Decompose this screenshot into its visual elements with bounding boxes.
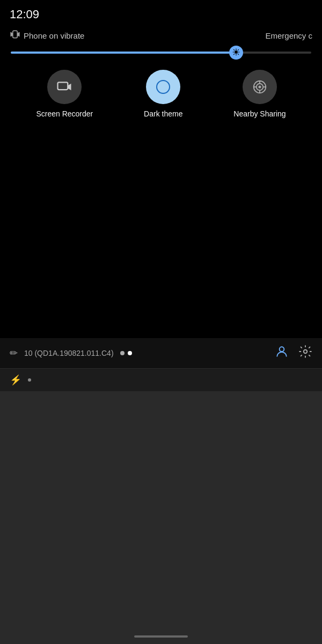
bottom-left-group: ✏ 10 (QD1A.190821.011.C4) <box>10 347 132 359</box>
screen-recorder-icon <box>56 79 72 95</box>
vibrate-icon <box>10 29 20 42</box>
svg-line-10 <box>233 49 234 50</box>
shade-panel: 12:09 Phone on vibrate Emergency c <box>0 0 322 129</box>
status-info-row: Phone on vibrate Emergency c <box>0 27 322 47</box>
svg-point-19 <box>258 86 261 89</box>
user-icon[interactable] <box>275 345 289 362</box>
svg-line-11 <box>238 54 238 54</box>
svg-point-16 <box>157 80 170 93</box>
dark-theme-label: Dark theme <box>144 109 182 118</box>
dark-theme-icon <box>155 78 172 96</box>
vibrate-label-text: Phone on vibrate <box>24 31 84 40</box>
toggle-screen-recorder[interactable]: Screen Recorder <box>36 70 93 118</box>
brightness-container[interactable] <box>0 47 322 64</box>
home-indicator-area <box>0 631 322 644</box>
bottom-bar: ✏ 10 (QD1A.190821.011.C4) <box>0 338 322 368</box>
svg-point-25 <box>304 350 308 354</box>
edit-icon[interactable]: ✏ <box>10 347 18 359</box>
emergency-label: Emergency c <box>265 31 312 40</box>
notification-area: ⚡ <box>0 368 322 391</box>
brightness-icon <box>232 48 240 57</box>
page-wrapper: 12:09 Phone on vibrate Emergency c <box>0 0 322 644</box>
settings-icon[interactable] <box>298 345 312 362</box>
brightness-thumb[interactable] <box>229 46 243 60</box>
nearby-sharing-label: Nearby Sharing <box>233 109 286 118</box>
nearby-sharing-circle[interactable] <box>243 70 277 104</box>
nearby-sharing-icon <box>252 79 268 95</box>
svg-rect-0 <box>13 31 17 38</box>
bottom-right-group <box>275 345 312 362</box>
home-indicator <box>134 635 188 638</box>
screen-recorder-circle[interactable] <box>47 70 82 104</box>
svg-rect-14 <box>58 82 68 90</box>
quick-toggles: Screen Recorder Dark theme <box>0 64 322 129</box>
dot-2 <box>128 351 132 355</box>
toggle-dark-theme[interactable]: Dark theme <box>144 70 182 118</box>
toggle-nearby-sharing[interactable]: Nearby Sharing <box>233 70 286 118</box>
status-time: 12:09 <box>10 8 39 21</box>
build-number: 10 (QD1A.190821.011.C4) <box>24 349 114 357</box>
dot-1 <box>120 351 125 355</box>
svg-point-24 <box>280 347 284 352</box>
svg-line-12 <box>238 49 238 50</box>
brightness-track[interactable] <box>11 52 311 54</box>
dot-indicators <box>120 351 132 355</box>
dark-theme-circle[interactable] <box>146 70 180 104</box>
status-bar: 12:09 <box>0 0 322 27</box>
svg-point-5 <box>235 50 238 54</box>
brightness-fill <box>11 52 236 54</box>
svg-line-13 <box>233 54 234 54</box>
notification-dot <box>28 378 31 382</box>
empty-area <box>0 129 322 338</box>
screen-recorder-label: Screen Recorder <box>36 109 93 118</box>
notification-icon: ⚡ <box>10 374 21 386</box>
vibrate-status: Phone on vibrate <box>10 29 84 42</box>
gray-bottom <box>0 391 322 631</box>
